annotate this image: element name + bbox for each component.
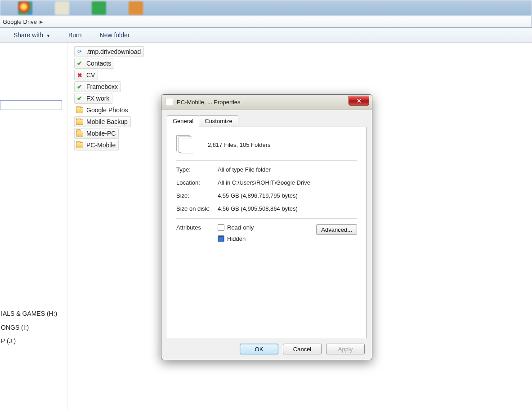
share-with-button[interactable]: Share with ▼ xyxy=(13,31,50,39)
file-item-label: Mobile Backup xyxy=(86,118,128,125)
separator xyxy=(176,218,357,219)
location-value: All in C:\Users\ROHIT\Google Drive xyxy=(218,179,310,186)
file-item[interactable]: Google Photos xyxy=(74,105,131,115)
file-item-label: FX work xyxy=(86,95,109,102)
size-value: 4.55 GB (4,896,719,795 bytes) xyxy=(218,192,298,199)
hidden-checkbox[interactable]: Hidden xyxy=(218,235,316,242)
file-item-label: .tmp.drivedownload xyxy=(86,48,141,55)
file-item[interactable]: ✔Contacts xyxy=(74,58,114,69)
checkbox-icon xyxy=(218,224,224,231)
folder-icon xyxy=(76,141,84,149)
file-item-label: Contacts xyxy=(86,60,111,67)
explorer-toolbar: Share with ▼ Burn New folder xyxy=(0,28,532,43)
sync-error-icon: ✖ xyxy=(76,71,84,79)
folder-icon xyxy=(76,129,84,137)
separator xyxy=(176,160,357,161)
file-folder-summary: 2,817 Files, 105 Folders xyxy=(208,141,270,148)
chevron-down-icon: ▼ xyxy=(46,34,50,38)
burn-button[interactable]: Burn xyxy=(68,31,82,39)
close-button[interactable]: ✕ xyxy=(349,96,369,106)
location-label: Location: xyxy=(176,179,218,186)
tab-customize[interactable]: Customize xyxy=(199,115,238,127)
breadcrumb[interactable]: Google Drive xyxy=(3,18,37,25)
address-bar[interactable]: Google Drive ▶ xyxy=(0,16,532,28)
properties-dialog: PC-Mobile, ... Properties ✕ General Cust… xyxy=(161,94,372,360)
file-item-label: CV xyxy=(86,71,95,79)
dialog-tabs: General Customize xyxy=(167,115,367,127)
attributes-label: Attributes xyxy=(176,224,218,231)
folder-icon xyxy=(76,106,84,114)
file-item-label: Frameboxx xyxy=(86,83,118,90)
sync-ok-icon: ✔ xyxy=(76,59,84,67)
drive-item[interactable]: ONGS (I:) xyxy=(0,321,57,335)
size-on-disk-label: Size on disk: xyxy=(176,205,218,212)
new-folder-button[interactable]: New folder xyxy=(100,31,130,39)
drive-item[interactable]: P (J:) xyxy=(0,334,57,348)
taskbar-icon xyxy=(92,1,106,15)
dialog-title: PC-Mobile, ... Properties xyxy=(177,99,241,106)
readonly-checkbox[interactable]: Read-only xyxy=(218,224,316,231)
taskbar-icon xyxy=(129,1,143,15)
close-icon: ✕ xyxy=(357,97,362,104)
checkbox-icon xyxy=(218,235,224,242)
dialog-button-row: OK Cancel Apply xyxy=(167,338,367,360)
size-on-disk-value: 4.56 GB (4,905,508,864 bytes) xyxy=(218,205,298,212)
file-item[interactable]: PC-Mobile xyxy=(74,140,119,150)
file-item[interactable]: ✔FX work xyxy=(74,93,112,104)
file-item[interactable]: ⟳.tmp.drivedownload xyxy=(74,46,144,57)
drive-list: IALS & GAMES (H:) ONGS (I:) P (J:) xyxy=(0,307,57,348)
navigation-pane[interactable]: IALS & GAMES (H:) ONGS (I:) P (J:) xyxy=(0,43,67,411)
tab-general[interactable]: General xyxy=(167,115,199,127)
apply-button[interactable]: Apply xyxy=(326,344,365,354)
syncing-icon: ⟳ xyxy=(76,48,84,56)
file-item-label: PC-Mobile xyxy=(86,141,116,149)
share-with-label: Share with xyxy=(13,31,43,39)
explorer-body: IALS & GAMES (H:) ONGS (I:) P (J:) ⟳.tmp… xyxy=(0,43,532,411)
drive-item[interactable]: IALS & GAMES (H:) xyxy=(0,307,57,321)
type-label: Type: xyxy=(176,166,218,173)
file-list: ⟳.tmp.drivedownload✔Contacts✖CV✔Framebox… xyxy=(74,46,144,150)
ok-button[interactable]: OK xyxy=(240,344,278,354)
type-value: All of type File folder xyxy=(218,166,271,173)
dialog-titlebar[interactable]: PC-Mobile, ... Properties ✕ xyxy=(161,95,372,110)
advanced-button[interactable]: Advanced... xyxy=(316,224,357,235)
dialog-body: General Customize 2,817 Files, 105 Folde… xyxy=(161,110,372,360)
taskbar-icon xyxy=(18,1,32,15)
tab-panel-general: 2,817 Files, 105 Folders Type: All of ty… xyxy=(167,127,367,338)
file-item-label: Google Photos xyxy=(86,106,128,114)
sync-ok-icon: ✔ xyxy=(76,83,84,91)
documents-icon xyxy=(166,99,173,106)
nav-edit-box[interactable] xyxy=(0,100,62,110)
file-item-label: Mobile-PC xyxy=(86,130,116,137)
file-item[interactable]: Mobile-PC xyxy=(74,128,119,139)
sync-ok-icon: ✔ xyxy=(76,94,84,102)
hidden-label: Hidden xyxy=(227,235,246,242)
file-item[interactable]: ✔Frameboxx xyxy=(74,81,121,92)
cancel-button[interactable]: Cancel xyxy=(283,344,322,354)
taskbar-strip xyxy=(0,0,532,16)
readonly-label: Read-only xyxy=(227,224,254,231)
size-label: Size: xyxy=(176,192,218,199)
file-item[interactable]: ✖CV xyxy=(74,70,98,80)
folder-icon xyxy=(76,118,84,126)
taskbar-icon xyxy=(55,1,69,15)
breadcrumb-arrow-icon: ▶ xyxy=(40,19,43,24)
multi-document-icon xyxy=(176,135,195,154)
file-item[interactable]: Mobile Backup xyxy=(74,116,131,127)
